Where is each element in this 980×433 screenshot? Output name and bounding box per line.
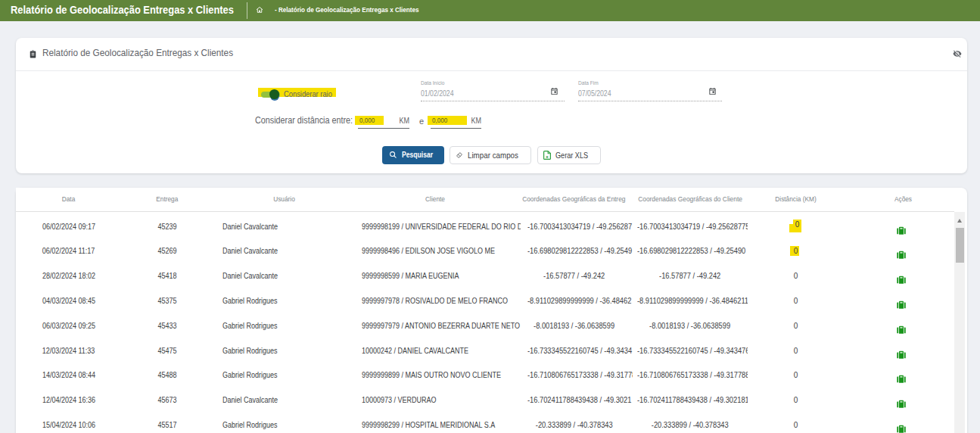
svg-text:x: x xyxy=(546,154,549,159)
